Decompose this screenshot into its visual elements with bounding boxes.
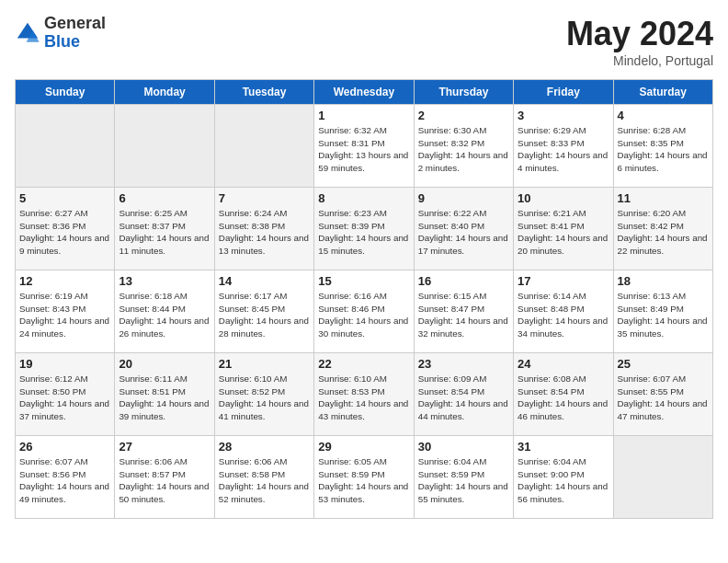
calendar-cell: 14Sunrise: 6:17 AM Sunset: 8:45 PM Dayli…: [214, 270, 313, 353]
cell-info-text: Sunrise: 6:16 AM Sunset: 8:46 PM Dayligh…: [318, 290, 409, 340]
cell-info-text: Sunrise: 6:22 AM Sunset: 8:40 PM Dayligh…: [418, 207, 509, 258]
cell-date-number: 14: [219, 274, 310, 288]
calendar-cell: [613, 436, 712, 519]
calendar-cell: 6Sunrise: 6:25 AM Sunset: 8:37 PM Daylig…: [115, 188, 214, 270]
calendar-cell: [16, 105, 115, 188]
calendar-cell: 18Sunrise: 6:13 AM Sunset: 8:49 PM Dayli…: [613, 270, 712, 353]
cell-date-number: 31: [518, 440, 609, 454]
cell-info-text: Sunrise: 6:09 AM Sunset: 8:54 PM Dayligh…: [418, 373, 509, 423]
cell-info-text: Sunrise: 6:15 AM Sunset: 8:47 PM Dayligh…: [418, 290, 509, 340]
calendar-cell: 13Sunrise: 6:18 AM Sunset: 8:44 PM Dayli…: [115, 270, 214, 353]
calendar-cell: 20Sunrise: 6:11 AM Sunset: 8:51 PM Dayli…: [115, 353, 214, 436]
calendar-cell: 25Sunrise: 6:07 AM Sunset: 8:55 PM Dayli…: [613, 353, 712, 436]
weekday-header-tuesday: Tuesday: [214, 80, 313, 105]
calendar-week-2: 5Sunrise: 6:27 AM Sunset: 8:36 PM Daylig…: [16, 188, 713, 270]
calendar-title: May 2024: [566, 15, 713, 53]
logo-icon: [15, 20, 40, 46]
cell-date-number: 4: [618, 109, 709, 122]
calendar-cell: 26Sunrise: 6:07 AM Sunset: 8:56 PM Dayli…: [16, 436, 115, 519]
calendar-cell: 31Sunrise: 6:04 AM Sunset: 9:00 PM Dayli…: [514, 436, 613, 519]
cell-info-text: Sunrise: 6:12 AM Sunset: 8:50 PM Dayligh…: [19, 373, 110, 423]
cell-date-number: 9: [418, 191, 509, 205]
cell-info-text: Sunrise: 6:13 AM Sunset: 8:49 PM Dayligh…: [618, 290, 709, 340]
calendar-cell: 17Sunrise: 6:14 AM Sunset: 8:48 PM Dayli…: [514, 270, 613, 353]
cell-date-number: 18: [618, 274, 709, 288]
cell-info-text: Sunrise: 6:07 AM Sunset: 8:55 PM Dayligh…: [618, 373, 709, 423]
calendar-cell: 29Sunrise: 6:05 AM Sunset: 8:59 PM Dayli…: [314, 436, 414, 519]
calendar-cell: 7Sunrise: 6:24 AM Sunset: 8:38 PM Daylig…: [214, 188, 313, 270]
cell-date-number: 29: [318, 440, 409, 454]
calendar-cell: 15Sunrise: 6:16 AM Sunset: 8:46 PM Dayli…: [314, 270, 414, 353]
cell-date-number: 23: [418, 357, 509, 371]
cell-info-text: Sunrise: 6:24 AM Sunset: 8:38 PM Dayligh…: [219, 207, 310, 258]
cell-info-text: Sunrise: 6:08 AM Sunset: 8:54 PM Dayligh…: [518, 373, 609, 423]
calendar-cell: 27Sunrise: 6:06 AM Sunset: 8:57 PM Dayli…: [115, 436, 214, 519]
calendar-cell: 2Sunrise: 6:30 AM Sunset: 8:32 PM Daylig…: [414, 105, 513, 188]
cell-date-number: 22: [318, 357, 409, 371]
calendar-table: SundayMondayTuesdayWednesdayThursdayFrid…: [15, 79, 713, 519]
calendar-cell: 22Sunrise: 6:10 AM Sunset: 8:53 PM Dayli…: [314, 353, 414, 436]
cell-info-text: Sunrise: 6:19 AM Sunset: 8:43 PM Dayligh…: [19, 290, 110, 340]
cell-info-text: Sunrise: 6:21 AM Sunset: 8:41 PM Dayligh…: [518, 207, 609, 258]
calendar-week-1: 1Sunrise: 6:32 AM Sunset: 8:31 PM Daylig…: [16, 105, 713, 188]
logo: General Blue: [15, 15, 106, 52]
cell-info-text: Sunrise: 6:28 AM Sunset: 8:35 PM Dayligh…: [618, 124, 709, 175]
cell-info-text: Sunrise: 6:06 AM Sunset: 8:58 PM Dayligh…: [219, 455, 310, 506]
calendar-cell: 30Sunrise: 6:04 AM Sunset: 8:59 PM Dayli…: [414, 436, 513, 519]
cell-date-number: 28: [219, 440, 310, 454]
calendar-cell: 28Sunrise: 6:06 AM Sunset: 8:58 PM Dayli…: [214, 436, 313, 519]
cell-date-number: 8: [318, 191, 409, 205]
calendar-cell: 9Sunrise: 6:22 AM Sunset: 8:40 PM Daylig…: [414, 188, 513, 270]
cell-date-number: 13: [119, 274, 210, 288]
cell-info-text: Sunrise: 6:05 AM Sunset: 8:59 PM Dayligh…: [318, 455, 409, 506]
cell-info-text: Sunrise: 6:23 AM Sunset: 8:39 PM Dayligh…: [318, 207, 409, 258]
calendar-cell: 4Sunrise: 6:28 AM Sunset: 8:35 PM Daylig…: [613, 105, 712, 188]
cell-date-number: 2: [418, 109, 509, 122]
cell-date-number: 1: [318, 109, 409, 122]
cell-date-number: 20: [119, 357, 210, 371]
cell-date-number: 30: [418, 440, 509, 454]
cell-date-number: 3: [518, 109, 609, 122]
calendar-cell: 5Sunrise: 6:27 AM Sunset: 8:36 PM Daylig…: [16, 188, 115, 270]
cell-info-text: Sunrise: 6:25 AM Sunset: 8:37 PM Dayligh…: [119, 207, 210, 258]
cell-info-text: Sunrise: 6:11 AM Sunset: 8:51 PM Dayligh…: [119, 373, 210, 423]
cell-info-text: Sunrise: 6:04 AM Sunset: 9:00 PM Dayligh…: [518, 455, 609, 506]
cell-date-number: 19: [19, 357, 110, 371]
calendar-cell: 11Sunrise: 6:20 AM Sunset: 8:42 PM Dayli…: [613, 188, 712, 270]
cell-date-number: 27: [119, 440, 210, 454]
cell-date-number: 5: [19, 191, 110, 205]
calendar-cell: [115, 105, 214, 188]
weekday-header-saturday: Saturday: [613, 80, 712, 105]
cell-date-number: 25: [618, 357, 709, 371]
calendar-location: Mindelo, Portugal: [566, 53, 713, 68]
weekday-header-monday: Monday: [115, 80, 214, 105]
weekday-header-sunday: Sunday: [16, 80, 115, 105]
weekday-header-thursday: Thursday: [414, 80, 513, 105]
cell-info-text: Sunrise: 6:27 AM Sunset: 8:36 PM Dayligh…: [19, 207, 110, 258]
cell-date-number: 12: [19, 274, 110, 288]
cell-date-number: 11: [618, 191, 709, 205]
cell-info-text: Sunrise: 6:30 AM Sunset: 8:32 PM Dayligh…: [418, 124, 509, 175]
calendar-cell: 1Sunrise: 6:32 AM Sunset: 8:31 PM Daylig…: [314, 105, 414, 188]
cell-info-text: Sunrise: 6:17 AM Sunset: 8:45 PM Dayligh…: [219, 290, 310, 340]
cell-info-text: Sunrise: 6:18 AM Sunset: 8:44 PM Dayligh…: [119, 290, 210, 340]
cell-date-number: 7: [219, 191, 310, 205]
calendar-cell: 8Sunrise: 6:23 AM Sunset: 8:39 PM Daylig…: [314, 188, 414, 270]
cell-info-text: Sunrise: 6:10 AM Sunset: 8:52 PM Dayligh…: [219, 373, 310, 423]
cell-date-number: 17: [518, 274, 609, 288]
cell-date-number: 6: [119, 191, 210, 205]
cell-info-text: Sunrise: 6:29 AM Sunset: 8:33 PM Dayligh…: [518, 124, 609, 175]
calendar-cell: 24Sunrise: 6:08 AM Sunset: 8:54 PM Dayli…: [514, 353, 613, 436]
cell-info-text: Sunrise: 6:14 AM Sunset: 8:48 PM Dayligh…: [518, 290, 609, 340]
cell-date-number: 16: [418, 274, 509, 288]
calendar-week-4: 19Sunrise: 6:12 AM Sunset: 8:50 PM Dayli…: [16, 353, 713, 436]
cell-date-number: 10: [518, 191, 609, 205]
calendar-cell: 3Sunrise: 6:29 AM Sunset: 8:33 PM Daylig…: [514, 105, 613, 188]
cell-date-number: 24: [518, 357, 609, 371]
calendar-week-3: 12Sunrise: 6:19 AM Sunset: 8:43 PM Dayli…: [16, 270, 713, 353]
weekday-header-wednesday: Wednesday: [314, 80, 414, 105]
logo-text: General Blue: [44, 15, 106, 52]
calendar-cell: 16Sunrise: 6:15 AM Sunset: 8:47 PM Dayli…: [414, 270, 513, 353]
calendar-cell: 12Sunrise: 6:19 AM Sunset: 8:43 PM Dayli…: [16, 270, 115, 353]
cell-date-number: 15: [318, 274, 409, 288]
